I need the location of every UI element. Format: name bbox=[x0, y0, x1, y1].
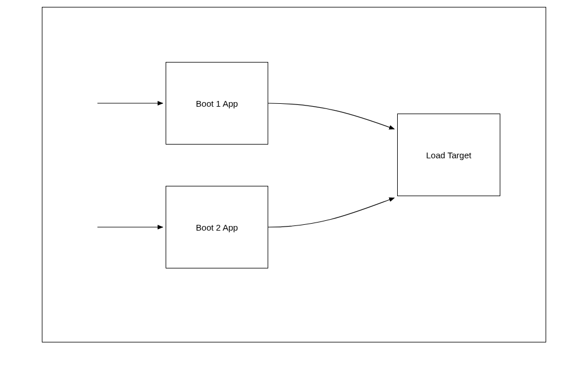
load-target-node: Load Target bbox=[397, 114, 500, 196]
boot1-app-node: Boot 1 App bbox=[166, 62, 268, 145]
boot2-app-label: Boot 2 App bbox=[196, 223, 238, 232]
boot1-app-label: Boot 1 App bbox=[196, 99, 238, 108]
load-target-label: Load Target bbox=[426, 150, 472, 160]
boot2-app-node: Boot 2 App bbox=[166, 186, 268, 268]
